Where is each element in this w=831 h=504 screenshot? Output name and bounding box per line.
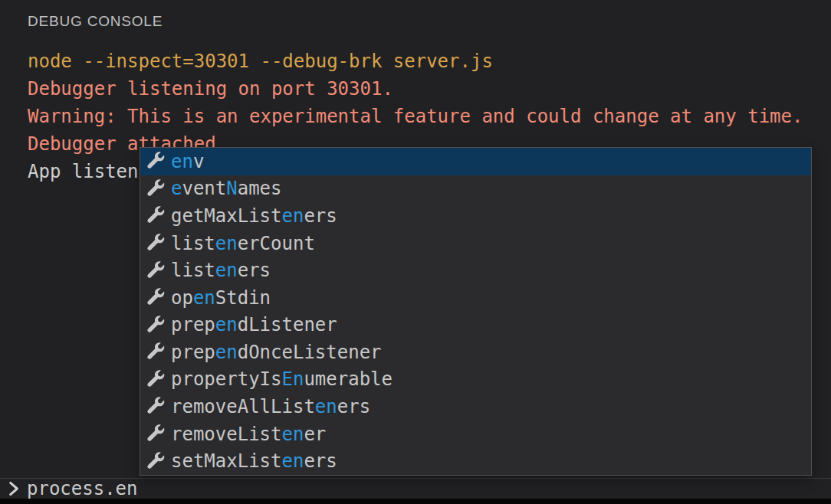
- wrench-icon: [146, 397, 166, 416]
- console-input-row[interactable]: process.en: [0, 478, 831, 499]
- console-line: Debugger listening on port 30301.: [28, 75, 831, 103]
- bottom-strip: [0, 499, 831, 504]
- suggestion-item-listenerCount[interactable]: listenerCount: [140, 230, 811, 257]
- suggestion-item-prependListener[interactable]: prependListener: [140, 311, 811, 339]
- suggestion-label: listeners: [171, 260, 271, 281]
- suggestion-label: removeAllListeners: [171, 396, 370, 417]
- wrench-icon: [146, 261, 166, 280]
- wrench-icon: [146, 370, 166, 389]
- autocomplete-dropdown: enveventNamesgetMaxListenerslistenerCoun…: [140, 147, 812, 476]
- wrench-icon: [146, 288, 166, 307]
- wrench-icon: [146, 179, 166, 198]
- console-line: node --inspect=30301 --debug-brk server.…: [28, 47, 831, 75]
- console-line: Warning: This is an experimental feature…: [28, 103, 831, 130]
- suggestion-item-openStdin[interactable]: openStdin: [140, 284, 811, 312]
- suggestion-label: getMaxListeners: [171, 205, 337, 227]
- wrench-icon: [146, 342, 166, 362]
- suggestion-item-removeAllListeners[interactable]: removeAllListeners: [140, 393, 811, 421]
- chevron-right-icon: [6, 479, 21, 499]
- wrench-icon: [146, 452, 166, 471]
- suggestion-label: removeListener: [171, 424, 326, 445]
- wrench-icon: [146, 152, 166, 171]
- panel-title[interactable]: DEBUG CONSOLE: [28, 13, 163, 30]
- suggestion-item-setMaxListeners[interactable]: setMaxListeners: [140, 447, 811, 475]
- suggestion-label: setMaxListeners: [171, 450, 337, 472]
- wrench-icon: [146, 234, 166, 253]
- suggestion-item-removeListener[interactable]: removeListener: [140, 421, 811, 448]
- suggestion-label: propertyIsEnumerable: [171, 368, 393, 390]
- suggestion-label: listenerCount: [171, 233, 315, 254]
- wrench-icon: [146, 316, 166, 335]
- suggestion-item-prependOnceListener[interactable]: prependOnceListener: [140, 339, 811, 366]
- suggestion-label: eventNames: [171, 178, 282, 199]
- wrench-icon: [146, 424, 166, 443]
- suggestion-item-propertyIsEnumerable[interactable]: propertyIsEnumerable: [140, 366, 811, 394]
- debug-console-panel: DEBUG CONSOLE node --inspect=30301 --deb…: [0, 0, 831, 504]
- suggestion-item-env[interactable]: env: [140, 148, 811, 175]
- suggestion-item-listeners[interactable]: listeners: [140, 257, 811, 284]
- suggestion-label: prependListener: [171, 314, 337, 335]
- wrench-icon: [146, 206, 166, 225]
- suggestion-item-eventNames[interactable]: eventNames: [140, 175, 811, 203]
- suggestion-label: prependOnceListener: [171, 342, 382, 363]
- suggestion-label: openStdin: [171, 287, 271, 309]
- suggestion-label: env: [171, 151, 204, 172]
- suggestion-item-getMaxListeners[interactable]: getMaxListeners: [140, 202, 811, 230]
- console-input-value: process.en: [27, 478, 138, 499]
